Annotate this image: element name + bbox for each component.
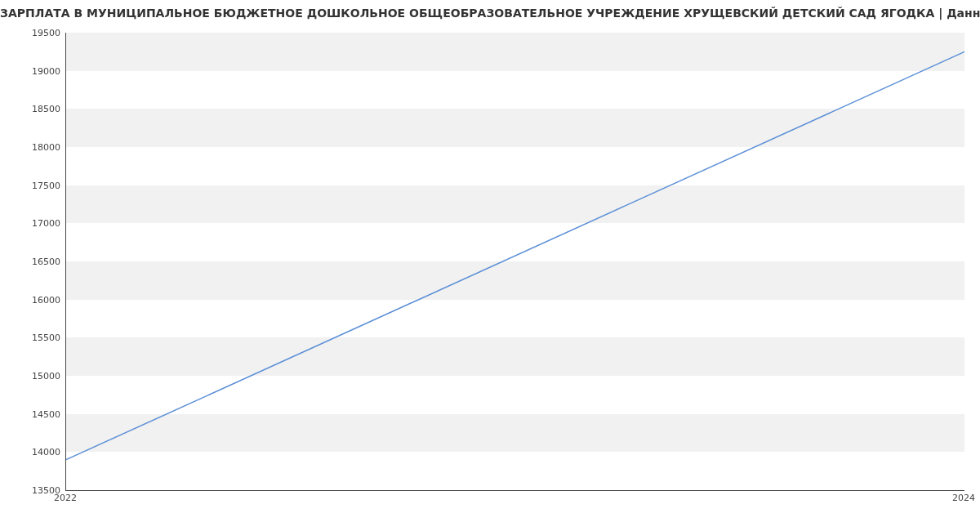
chart-container: ЗАРПЛАТА В МУНИЦИПАЛЬНОЕ БЮДЖЕТНОЕ ДОШКО…	[0, 0, 980, 531]
y-tick-label: 15500	[11, 332, 60, 343]
y-tick-label: 16000	[11, 294, 60, 305]
y-tick-label: 19000	[11, 65, 60, 76]
y-tick-label: 13500	[11, 485, 60, 496]
x-tick-label: 2022	[54, 493, 77, 503]
y-tick-label: 17000	[11, 218, 60, 229]
x-tick-label: 2024	[952, 493, 975, 503]
plot-area	[65, 33, 964, 491]
chart-title: ЗАРПЛАТА В МУНИЦИПАЛЬНОЕ БЮДЖЕТНОЕ ДОШКО…	[0, 7, 980, 20]
y-tick-label: 15000	[11, 371, 60, 382]
y-tick-label: 14000	[11, 447, 60, 457]
y-tick-label: 16500	[11, 257, 60, 267]
y-tick-label: 19500	[11, 28, 60, 38]
y-tick-label: 14500	[11, 408, 60, 419]
y-tick-label: 18500	[11, 104, 60, 114]
line-layer	[66, 33, 964, 490]
y-tick-label: 17500	[11, 180, 60, 190]
series-line	[66, 51, 964, 459]
y-tick-label: 18000	[11, 142, 60, 153]
